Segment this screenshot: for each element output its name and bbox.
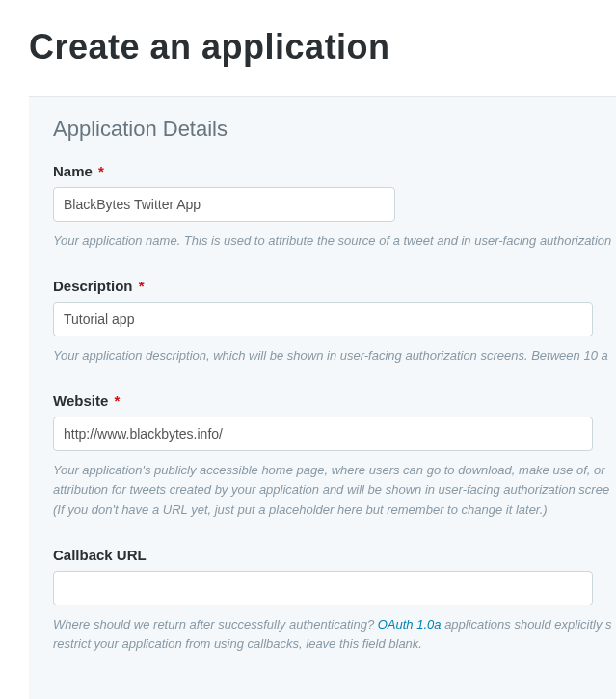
website-label-text: Website [53, 392, 108, 409]
required-asterisk: * [98, 163, 104, 179]
name-input[interactable] [53, 187, 395, 222]
callback-help-text: Where should we return after successfull… [53, 615, 616, 654]
oauth-link[interactable]: OAuth 1.0a [378, 617, 442, 632]
description-field-group: Description * Your application descripti… [53, 278, 616, 365]
callback-help-after: applications should explicitly s [442, 617, 612, 632]
name-field-group: Name * Your application name. This is us… [53, 163, 616, 251]
website-label: Website * [53, 392, 616, 409]
description-help-text: Your application description, which will… [53, 346, 616, 365]
application-details-panel: Application Details Name * Your applicat… [29, 96, 616, 699]
callback-label-text: Callback URL [53, 547, 147, 563]
website-help-line3: (If you don't have a URL yet, just put a… [53, 502, 548, 517]
description-input[interactable] [53, 302, 593, 336]
description-label: Description * [53, 278, 616, 294]
website-help-line2: attribution for tweets created by your a… [53, 482, 609, 497]
name-label: Name * [53, 163, 616, 179]
website-help-text: Your application's publicly accessible h… [53, 461, 616, 519]
required-asterisk: * [114, 392, 120, 409]
callback-help-before: Where should we return after successfull… [53, 617, 378, 632]
required-asterisk: * [139, 278, 145, 294]
website-help-line1: Your application's publicly accessible h… [53, 463, 605, 477]
website-field-group: Website * Your application's publicly ac… [53, 392, 616, 519]
name-label-text: Name [53, 163, 93, 179]
callback-help-line2: restrict your application from using cal… [53, 636, 422, 651]
callback-field-group: Callback URL Where should we return afte… [53, 547, 616, 654]
callback-input[interactable] [53, 571, 593, 605]
name-help-text: Your application name. This is used to a… [53, 231, 616, 251]
page-title: Create an application [29, 27, 616, 67]
section-title: Application Details [53, 117, 616, 142]
description-label-text: Description [53, 278, 133, 294]
callback-label: Callback URL [53, 547, 616, 563]
website-input[interactable] [53, 417, 593, 451]
